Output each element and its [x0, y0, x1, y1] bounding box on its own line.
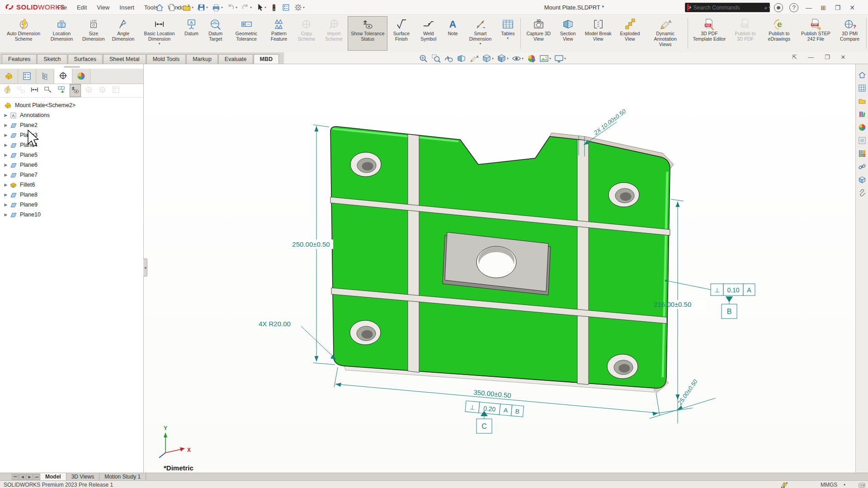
ribbon-pattern-feature[interactable]: Pattern Feature	[264, 16, 293, 51]
chevron-down-icon[interactable]: ▾	[159, 42, 160, 46]
settings-gear-button[interactable]: ▾	[292, 2, 306, 13]
chevron-down-icon[interactable]: ▾	[479, 42, 481, 46]
search-icon[interactable]: ⌕	[764, 5, 768, 11]
menu-file[interactable]: File	[53, 2, 71, 13]
restore-document-icon[interactable]: ❐	[825, 54, 830, 61]
panel-resize-grip[interactable]	[64, 66, 80, 68]
user-account-icon[interactable]: ☻	[774, 3, 783, 12]
taskpane-grid-icon[interactable]	[858, 84, 867, 93]
chevron-down-icon[interactable]: ▾	[492, 56, 494, 61]
expand-arrow-icon[interactable]: ▶	[3, 173, 9, 177]
ribbon-3d-pmi-compare[interactable]: 3D PMI Compare	[835, 16, 865, 51]
chevron-down-icon[interactable]: ▾	[206, 5, 208, 9]
chevron-down-icon[interactable]: ▾	[303, 5, 305, 9]
ribbon-auto-dimension-scheme[interactable]: Auto Dimension Scheme	[3, 16, 44, 51]
close-document-icon[interactable]: ✕	[841, 54, 846, 61]
menu-view[interactable]: View	[93, 2, 113, 13]
redo-button[interactable]: ▾	[240, 2, 253, 13]
expand-arrow-icon[interactable]: ▶	[3, 183, 9, 187]
menu-edit[interactable]: Edit	[73, 2, 91, 13]
expand-panes-button[interactable]: ⊞	[819, 4, 827, 11]
auto-dimension-scheme-button[interactable]	[2, 84, 13, 97]
taskpane-tiles-icon[interactable]	[858, 149, 867, 158]
graphics-viewport[interactable]	[144, 64, 855, 473]
chevron-down-icon[interactable]: ▾	[192, 5, 193, 9]
zoom-to-fit-icon[interactable]	[418, 53, 429, 64]
chevron-down-icon[interactable]: ▾	[177, 5, 179, 9]
ribbon-weld-symbol[interactable]: Weld Symbol	[415, 16, 442, 51]
apply-scene-icon[interactable]: ▾	[539, 53, 552, 64]
new-button[interactable]: ▾	[166, 2, 180, 13]
ribbon-surface-finish[interactable]: Surface Finish	[387, 16, 415, 51]
menu-insert[interactable]: Insert	[115, 2, 138, 13]
ribbon-3d-pdf-template-editor[interactable]: 3D PDF Template Editor	[689, 16, 730, 51]
ribbon-angle-dimension[interactable]: Angle Dimension	[108, 16, 139, 51]
ribbon-geometric-tolerance[interactable]: Geometric Tolerance	[228, 16, 264, 51]
tab-evaluate[interactable]: Evaluate	[218, 54, 253, 64]
chevron-down-icon[interactable]: ▾	[507, 56, 509, 61]
tab-model[interactable]: Model	[40, 473, 66, 480]
edit-appearance-icon[interactable]	[526, 53, 537, 64]
ribbon-model-break-view[interactable]: Model Break View	[581, 16, 615, 51]
units-selector[interactable]: MMGS	[821, 482, 837, 488]
last-tab-button[interactable]: ⏭	[33, 474, 40, 480]
expand-arrow-icon[interactable]: ▶	[3, 133, 9, 137]
ribbon-capture-3d-view[interactable]: Capture 3D View	[522, 16, 555, 51]
ribbon-tables[interactable]: Tables▾	[496, 16, 519, 51]
first-tab-button[interactable]: ⏮	[12, 474, 19, 480]
featuremanager-tab[interactable]	[0, 69, 18, 84]
display-manager-tab[interactable]	[18, 69, 36, 84]
restore-button[interactable]: ❐	[834, 4, 842, 11]
expand-arrow-icon[interactable]: ▶	[3, 123, 9, 127]
home-button[interactable]	[154, 2, 165, 13]
taskpane-list-icon[interactable]	[858, 136, 867, 145]
undo-button[interactable]: ▾	[225, 2, 239, 13]
rebuild-warning-icon[interactable]	[780, 481, 788, 488]
ribbon-basic-location-dimension[interactable]: Basic Location Dimension▾	[139, 16, 180, 51]
taskpane-home-icon[interactable]	[858, 70, 867, 80]
basic-dimension-button[interactable]	[29, 84, 40, 97]
next-tab-button[interactable]: ▶	[26, 474, 33, 480]
display-style-icon[interactable]: ▾	[496, 53, 509, 64]
chevron-down-icon[interactable]: ▾	[769, 5, 771, 9]
prev-tab-button[interactable]: ◀	[19, 474, 26, 480]
tree-item-plane2[interactable]: ▶Plane2	[0, 120, 143, 130]
search-commands-box[interactable]: > ⌕ ▾	[685, 3, 770, 12]
expand-arrow-icon[interactable]: ▶	[3, 212, 9, 217]
taskpane-folder-icon[interactable]	[858, 97, 867, 106]
taskpane-clip-icon[interactable]	[858, 188, 867, 197]
units-dropdown-icon[interactable]: ▴	[844, 482, 845, 486]
save-button[interactable]: ▾	[196, 2, 209, 13]
tree-item-plane4[interactable]: ▶Plane4	[0, 140, 143, 150]
tree-item-plane5[interactable]: ▶Plane5	[0, 150, 143, 160]
dimxpert-manager-tab[interactable]	[54, 69, 72, 84]
expand-arrow-icon[interactable]: ▶	[3, 113, 9, 117]
taskpane-cube-icon[interactable]	[858, 175, 867, 184]
ribbon-datum[interactable]: Datum	[180, 16, 203, 51]
ribbon-publish-to-edrawings[interactable]: Publish to eDrawings	[761, 16, 797, 51]
tree-item-annotations[interactable]: ▶Annotations	[0, 110, 143, 120]
tab-surfaces[interactable]: Surfaces	[68, 54, 103, 64]
ribbon-smart-dimension[interactable]: Smart Dimension▾	[464, 16, 497, 51]
tree-item-plane8[interactable]: ▶Plane8	[0, 190, 143, 200]
view-settings-icon[interactable]: ▾	[554, 53, 566, 64]
tab-mold-tools[interactable]: Mold Tools	[146, 54, 186, 64]
expand-arrow-icon[interactable]: ▶	[3, 202, 9, 207]
tree-item-fillet6[interactable]: ▶Fillet6	[0, 180, 143, 190]
zoom-to-area-icon[interactable]	[431, 53, 441, 64]
help-icon[interactable]: ?	[789, 3, 798, 12]
hide-show-items-icon[interactable]: ▾	[511, 53, 524, 64]
dynamic-annotation-views-icon[interactable]	[469, 53, 479, 64]
panel-collapse-handle[interactable]: ◂	[143, 258, 147, 277]
tab-sketch[interactable]: Sketch	[37, 54, 67, 64]
search-input[interactable]	[693, 5, 764, 11]
tree-item-plane3[interactable]: ▶Plane3	[0, 130, 143, 140]
tree-item-plane7[interactable]: ▶Plane7	[0, 170, 143, 180]
tab-mbd[interactable]: MBD	[254, 54, 279, 64]
ribbon-exploded-view[interactable]: Exploded View	[615, 16, 645, 51]
print-button[interactable]: ▾	[210, 2, 224, 13]
tree-item-plane10[interactable]: ▶Plane10	[0, 210, 143, 220]
show-tolerance-status-button[interactable]	[70, 84, 81, 97]
dock-pane-icon[interactable]: ⇱	[792, 54, 797, 61]
ribbon-publish-step-242-file[interactable]: Publish STEP 242 File	[797, 16, 835, 51]
